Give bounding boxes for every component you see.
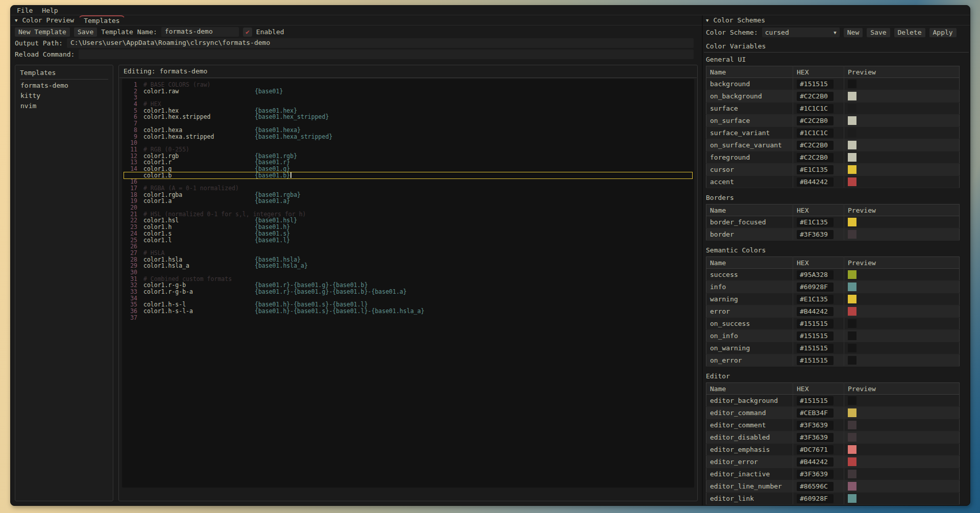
hex-input[interactable]: #C2C2B0: [797, 116, 834, 125]
hex-input[interactable]: #C2C2B0: [797, 92, 834, 101]
color-swatch[interactable]: [848, 445, 856, 454]
output-path-input[interactable]: C:\Users\user\AppData\Roaming\clrsync\fo…: [67, 38, 694, 48]
template-code-editor[interactable]: 1# BASE COLORS (raw)2color1.raw{base01}3…: [122, 79, 694, 488]
code-line[interactable]: 1# BASE COLORS (raw): [124, 82, 692, 88]
code-line[interactable]: 24color1.s{base01.s}: [124, 230, 692, 237]
code-line[interactable]: 25color1.l{base01.l}: [124, 237, 692, 244]
code-line[interactable]: 28color1.hsla{base01.hsla}: [124, 256, 692, 263]
hex-input[interactable]: #95A328: [797, 270, 834, 279]
color-swatch[interactable]: [848, 283, 856, 291]
code-line[interactable]: 37: [124, 315, 692, 321]
code-line[interactable]: 18color1.rgba{base01.rgba}: [124, 192, 692, 198]
template-list-item[interactable]: kitty: [20, 90, 108, 100]
hex-input[interactable]: #151515: [797, 344, 834, 353]
color-swatch[interactable]: [848, 470, 856, 478]
code-line[interactable]: 8color1.hexa{base01.hexa}: [124, 127, 692, 134]
color-swatch[interactable]: [848, 92, 856, 100]
color-swatch[interactable]: [848, 396, 856, 405]
hex-input[interactable]: #DC7671: [797, 445, 834, 454]
code-line[interactable]: 6color1.hex.stripped{base01.hex_stripped…: [124, 114, 692, 120]
color-swatch[interactable]: [848, 141, 856, 149]
color-swatch[interactable]: [848, 494, 856, 503]
code-line[interactable]: 10: [124, 140, 692, 146]
reload-command-input[interactable]: [79, 49, 694, 59]
color-swatch[interactable]: [848, 80, 856, 88]
hex-input[interactable]: #1C1C1C: [797, 129, 834, 138]
hex-input[interactable]: #E1C135: [797, 165, 834, 174]
hex-input[interactable]: #C2C2B0: [797, 153, 834, 162]
code-line[interactable]: 2color1.raw{base01}: [124, 88, 692, 95]
code-line[interactable]: 7: [124, 120, 692, 127]
color-swatch[interactable]: [848, 230, 856, 239]
code-line[interactable]: 19color1.a{base01.a}: [124, 198, 692, 204]
scheme-apply-button[interactable]: Apply: [929, 28, 957, 37]
color-swatch[interactable]: [848, 218, 856, 226]
code-line[interactable]: 4# HEX: [124, 101, 692, 108]
scheme-new-button[interactable]: New: [844, 28, 863, 37]
hex-input[interactable]: #3F3639: [797, 230, 834, 239]
hex-input[interactable]: #3F3639: [797, 433, 834, 442]
hex-input[interactable]: #1C1C1C: [797, 104, 834, 113]
hex-input[interactable]: #151515: [797, 331, 834, 341]
hex-input[interactable]: #CEB34F: [797, 408, 834, 418]
template-list-item[interactable]: formats-demo: [20, 80, 108, 90]
code-line[interactable]: 34: [124, 295, 692, 302]
color-swatch[interactable]: [848, 270, 856, 279]
color-swatch[interactable]: [848, 344, 856, 352]
color-swatch[interactable]: [848, 177, 856, 186]
code-line[interactable]: 23color1.h{base01.h}: [124, 224, 692, 230]
color-swatch[interactable]: [848, 129, 856, 137]
save-template-button[interactable]: Save: [74, 28, 97, 37]
color-swatch[interactable]: [848, 421, 856, 429]
code-line[interactable]: 20: [124, 204, 692, 211]
code-line[interactable]: 33color1.r-g-b-a{base01.r}-{base01.g}-{b…: [124, 289, 692, 295]
hex-input[interactable]: #3F3639: [797, 470, 834, 479]
code-line[interactable]: 22color1.hsl{base01.hsl}: [124, 217, 692, 224]
code-line[interactable]: 32color1.r-g-b{base01.r}-{base01.g}-{bas…: [124, 282, 692, 289]
code-line[interactable]: 12color1.rgb{base01.rgb}: [124, 153, 692, 160]
code-line[interactable]: 3: [124, 94, 692, 101]
hex-input[interactable]: #3F3639: [797, 421, 834, 430]
scheme-delete-button[interactable]: Delete: [894, 28, 925, 37]
code-line[interactable]: 30: [124, 269, 692, 276]
code-line[interactable]: 14color1.g{base01.g}: [124, 166, 692, 172]
hex-input[interactable]: #B44242: [797, 307, 834, 316]
color-scheme-combo[interactable]: cursed ▼: [762, 28, 840, 37]
hex-input[interactable]: #B44242: [797, 177, 834, 187]
code-line[interactable]: color1.b{base01.b}: [124, 172, 692, 179]
color-swatch[interactable]: [848, 307, 856, 316]
code-line[interactable]: 31# Combined custom formats: [124, 276, 692, 283]
code-line[interactable]: 17# RGBA (A = 0-1 normalized): [124, 185, 692, 192]
code-line[interactable]: 27# HSLA: [124, 250, 692, 256]
hex-input[interactable]: #E1C135: [797, 218, 834, 227]
hex-input[interactable]: #B44242: [797, 457, 834, 467]
tab-templates[interactable]: Templates: [79, 15, 125, 26]
collapse-arrow-icon[interactable]: ▼: [15, 18, 17, 23]
template-name-input[interactable]: formats-demo: [161, 27, 239, 37]
color-swatch[interactable]: [848, 153, 856, 162]
color-swatch[interactable]: [848, 165, 856, 174]
hex-input[interactable]: #E1C135: [797, 295, 834, 304]
hex-input[interactable]: #151515: [797, 319, 834, 328]
code-line[interactable]: 36color1.h-s-l-a{base01.h}-{base01.s}-{b…: [124, 308, 692, 315]
code-line[interactable]: 13color1.r{base01.r}: [124, 159, 692, 166]
new-template-button[interactable]: New Template: [15, 28, 70, 37]
enabled-checkbox[interactable]: ✔: [243, 28, 252, 37]
color-swatch[interactable]: [848, 331, 856, 340]
code-line[interactable]: 11# RGB (0-255): [124, 146, 692, 153]
color-swatch[interactable]: [848, 482, 856, 491]
code-line[interactable]: 29color1.hsla_a{base01.hsla_a}: [124, 263, 692, 269]
color-swatch[interactable]: [848, 104, 856, 113]
hex-input[interactable]: #C2C2B0: [797, 141, 834, 150]
menu-file[interactable]: File: [17, 7, 33, 14]
color-swatch[interactable]: [848, 356, 856, 365]
hex-input[interactable]: #86596C: [797, 482, 834, 491]
code-line[interactable]: 9color1.hexa.stripped{base01.hexa_stripp…: [124, 134, 692, 140]
collapse-arrow-icon[interactable]: ▼: [706, 18, 708, 23]
hex-input[interactable]: #151515: [797, 356, 834, 365]
menu-help[interactable]: Help: [42, 7, 58, 14]
color-swatch[interactable]: [848, 408, 856, 417]
hex-input[interactable]: #60928F: [797, 494, 834, 503]
color-swatch[interactable]: [848, 457, 856, 466]
code-line[interactable]: 21# HSL (normalized 0-1 for s,l, integer…: [124, 211, 692, 218]
